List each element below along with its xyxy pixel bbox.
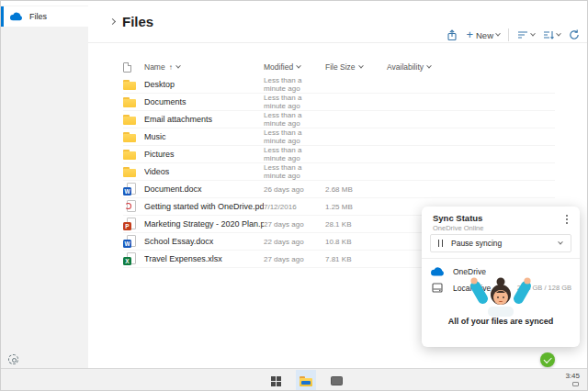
chevron-down-icon	[558, 240, 563, 245]
file-name: Getting started with OneDrive.pdf	[144, 202, 264, 211]
onedrive-cloud-icon	[430, 267, 445, 276]
folder-icon	[123, 130, 136, 143]
pause-syncing-label: Pause syncing	[451, 239, 559, 248]
more-options-icon[interactable]	[566, 218, 568, 220]
powerpoint-icon: P	[123, 218, 136, 230]
file-size: 7.81 KB	[325, 255, 387, 263]
file-modified: Less than a minute ago	[264, 94, 325, 110]
folder-icon	[123, 148, 136, 161]
sort-button[interactable]	[543, 30, 560, 39]
person-celebrating-illustration	[468, 276, 534, 317]
folder-icon	[123, 78, 136, 91]
table-row[interactable]: DesktopLess than a minute ago	[123, 76, 555, 94]
file-modified: 27 days ago	[264, 220, 325, 229]
file-size: 10.8 KB	[325, 238, 387, 246]
system-clock[interactable]: 3:45	[565, 372, 580, 386]
folder-icon	[123, 113, 136, 126]
column-file-size[interactable]: File Size	[325, 62, 387, 72]
taskbar-icons	[266, 369, 346, 391]
toolbar: + New	[447, 28, 580, 41]
sidebar-item-label: Files	[29, 12, 47, 21]
refresh-button[interactable]	[569, 29, 580, 40]
synced-check-button[interactable]	[540, 352, 555, 367]
file-name: School Essay.docx	[144, 237, 264, 246]
main-header: Files + New	[88, 6, 588, 43]
sort-icon	[543, 30, 554, 39]
tray-icon	[572, 382, 579, 386]
file-size: 2.68 MB	[325, 185, 387, 194]
clock-time: 3:45	[565, 372, 580, 380]
page-title: Files	[122, 14, 153, 29]
file-name: Desktop	[144, 80, 264, 89]
file-modified: 26 days ago	[264, 185, 325, 194]
toolbar-divider	[508, 28, 509, 41]
share-button[interactable]	[447, 29, 458, 41]
column-modified[interactable]: Modified	[264, 62, 325, 72]
table-row[interactable]: VideosLess than a minute ago	[123, 163, 555, 181]
file-modified: Less than a minute ago	[264, 146, 325, 162]
file-name: Email attachments	[144, 115, 264, 124]
table-header: Name ↑ Modified File Size Availability	[123, 58, 555, 76]
list-view-icon	[517, 30, 528, 39]
column-availability[interactable]: Availability	[387, 62, 460, 72]
file-name: Music	[144, 132, 264, 141]
sidebar-item-files[interactable]: Files	[1, 6, 88, 27]
file-modified: Less than a minute ago	[264, 76, 325, 93]
sidebar: Files	[1, 6, 88, 368]
excel-icon: X	[123, 252, 136, 265]
file-modified: Less than a minute ago	[264, 128, 325, 145]
file-modified: Less than a minute ago	[264, 163, 325, 180]
chevron-down-icon	[358, 63, 364, 69]
file-size: 28.1 KB	[325, 220, 387, 229]
pause-syncing-dropdown[interactable]: Pause syncing	[430, 234, 571, 252]
selected-accent-bar	[1, 6, 4, 27]
table-row[interactable]: PicturesLess than a minute ago	[123, 146, 555, 163]
chevron-down-icon	[426, 63, 432, 69]
file-modified: 22 days ago	[264, 238, 325, 246]
taskbar: 3:45	[1, 368, 588, 391]
chevron-down-icon	[556, 31, 561, 37]
column-name[interactable]: Name ↑	[144, 62, 264, 72]
plus-icon: +	[466, 30, 473, 39]
file-modified: 7/12/2016	[264, 203, 325, 211]
file-name: Travel Expenses.xlsx	[144, 254, 264, 263]
file-name: Pictures	[144, 150, 264, 159]
file-explorer-icon	[300, 376, 312, 386]
file-explorer-button[interactable]	[296, 370, 316, 391]
word-icon: W	[123, 235, 136, 248]
folder-icon	[123, 165, 136, 178]
app-window-button[interactable]	[326, 370, 346, 391]
drive-label: OneDrive	[453, 267, 571, 276]
file-name: Marketing Strategy - 2020 Plan.pptx	[144, 219, 264, 229]
share-icon	[447, 29, 458, 41]
chevron-down-icon	[530, 31, 536, 37]
file-name: Documents	[144, 97, 264, 106]
settings-gear-icon[interactable]	[8, 354, 18, 364]
table-row[interactable]: Email attachmentsLess than a minute ago	[123, 111, 555, 128]
panel-divider	[422, 258, 580, 259]
folder-icon	[123, 95, 136, 108]
table-row[interactable]: WDocument.docx26 days ago2.68 MB	[123, 181, 555, 198]
sync-panel-subtitle: OneDrive Online	[433, 224, 483, 232]
sync-status-message: All of your files are synced	[422, 317, 580, 326]
chevron-down-icon	[175, 63, 181, 69]
table-row[interactable]: DocumentsLess than a minute ago	[123, 94, 555, 111]
breadcrumb-chevron-icon[interactable]	[109, 18, 116, 25]
word-icon: W	[123, 183, 136, 196]
new-button[interactable]: + New	[466, 30, 500, 40]
file-size: 1.25 MB	[325, 203, 387, 211]
table-row[interactable]: MusicLess than a minute ago	[123, 128, 555, 146]
chevron-down-icon	[296, 63, 301, 69]
file-modified: 27 days ago	[264, 255, 325, 263]
new-button-label: New	[476, 30, 493, 40]
refresh-icon	[569, 29, 580, 40]
view-options-button[interactable]	[517, 30, 535, 39]
document-icon	[123, 62, 131, 73]
sync-panel-title: Sync Status	[433, 213, 482, 223]
start-button[interactable]	[266, 370, 286, 391]
chevron-down-icon	[495, 31, 501, 37]
file-name: Videos	[144, 167, 264, 176]
pdf-icon	[123, 200, 136, 213]
pause-icon	[438, 240, 443, 247]
onedrive-cloud-icon	[9, 12, 23, 21]
